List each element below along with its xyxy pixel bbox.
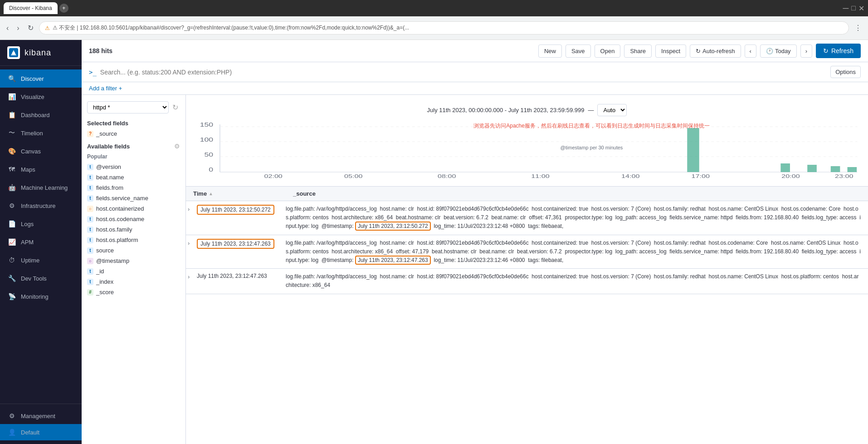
new-button[interactable]: New — [538, 44, 562, 58]
field-item-hostosplatform[interactable]: t host.os.platform — [82, 235, 185, 245]
sidebar-item-management[interactable]: ⚙ Management — [0, 408, 82, 424]
field-item-source[interactable]: ? _source — [82, 128, 185, 139]
field-item-beatname[interactable]: t beat.name — [82, 172, 185, 183]
field-item-hostosfamily[interactable]: t host.os.family — [82, 224, 185, 235]
fields-settings-icon[interactable]: ⚙ — [174, 143, 180, 150]
sidebar-item-infrastructure[interactable]: ⚙ Infrastructure — [0, 197, 82, 215]
sidebar-label-timelion: Timelion — [21, 130, 43, 137]
field-name-score: _score — [96, 289, 180, 296]
sidebar-item-timelion[interactable]: 〜 Timelion — [0, 124, 82, 142]
svg-text:17:00: 17:00 — [691, 173, 710, 179]
sidebar-label-devtools: Dev Tools — [21, 275, 47, 282]
sidebar-label-management: Management — [21, 413, 55, 419]
interval-select[interactable]: Auto — [597, 104, 627, 116]
next-time-button[interactable]: › — [800, 44, 812, 58]
options-button[interactable]: Options — [830, 66, 861, 78]
sidebar-item-ml[interactable]: 🤖 Machine Learning — [0, 178, 82, 197]
sidebar-item-uptime[interactable]: ⏱ Uptime — [0, 251, 82, 269]
sidebar-item-visualize[interactable]: 📊 Visualize — [0, 88, 82, 106]
today-button[interactable]: 🕐 Today — [760, 44, 797, 58]
add-filter-button[interactable]: Add a filter + — [89, 85, 122, 92]
search-input[interactable] — [100, 69, 827, 76]
prev-time-button[interactable]: ‹ — [745, 44, 756, 58]
left-panel: httpd * ↻ Selected fields ? _source Avai… — [82, 95, 186, 444]
sidebar-item-default[interactable]: 👤 Default — [0, 424, 82, 440]
svg-text:100: 100 — [200, 137, 213, 143]
sidebar-item-apm[interactable]: 📈 APM — [0, 233, 82, 251]
sidebar-label-uptime: Uptime — [21, 257, 39, 264]
refresh-button[interactable]: ↻ Refresh — [816, 44, 861, 58]
time-badge[interactable]: July 11th 2023, 23:12:47.263 — [197, 239, 274, 249]
field-name-hostosfamily: host.os.family — [96, 226, 180, 233]
results-area: Time ▲ _source › July 11th 2023, 23:12:5… — [186, 187, 868, 444]
field-item-fieldsfrom[interactable]: t fields.from — [82, 183, 185, 193]
svg-text:11:00: 11:00 — [531, 173, 550, 179]
new-tab-button[interactable]: + — [59, 4, 68, 13]
sidebar-item-discover[interactable]: 🔍 Discover — [0, 69, 82, 88]
sidebar-item-monitoring[interactable]: 📡 Monitoring — [0, 287, 82, 306]
row-expand-button[interactable]: › — [186, 201, 195, 235]
chart-annotation: @timestamp per 30 minutes — [561, 145, 623, 150]
sidebar-label-maps: Maps — [21, 166, 35, 173]
ml-icon: 🤖 — [7, 183, 16, 192]
col-source-header: _source — [293, 190, 861, 197]
chart-area: July 11th 2023, 00:00:00.000 - July 11th… — [186, 95, 868, 187]
time-badge[interactable]: July 11th 2023, 23:12:50.272 — [197, 205, 274, 215]
back-button[interactable]: ‹ — [4, 22, 11, 34]
sidebar-item-devtools[interactable]: 🔧 Dev Tools — [0, 269, 82, 287]
field-item-source-field[interactable]: t source — [82, 245, 185, 256]
address-bar[interactable]: ⚠ ⚠ 不安全 | 192.168.80.10:5601/app/kibana#… — [39, 21, 849, 35]
field-item-id[interactable]: t _id — [82, 266, 185, 276]
sidebar-item-logs[interactable]: 📄 Logs — [0, 215, 82, 233]
field-item-hostoscodename[interactable]: t host.os.codename — [82, 214, 185, 224]
field-item-version[interactable]: t @version — [82, 162, 185, 172]
reload-button[interactable]: ↻ — [25, 22, 36, 34]
source-text: log.file.path: /var/log/httpd/access_log… — [286, 273, 858, 288]
sidebar-item-maps[interactable]: 🗺 Maps — [0, 160, 82, 178]
auto-refresh-button[interactable]: ↻ Auto-refresh — [690, 44, 741, 58]
field-item-index[interactable]: t _index — [82, 276, 185, 287]
field-type-t-icon: t — [87, 185, 93, 191]
field-name-source-field: source — [96, 247, 180, 254]
sidebar-logo-text: kibana — [24, 48, 51, 58]
field-type-t-icon: t — [87, 227, 93, 233]
extensions-button[interactable]: ⋮ — [852, 22, 864, 34]
field-name-beatname: beat.name — [96, 174, 180, 181]
refresh-icon: ↻ — [823, 47, 829, 54]
svg-rect-12 — [780, 163, 790, 172]
minimize-button[interactable]: ─ — [843, 4, 849, 13]
forward-button[interactable]: › — [14, 22, 22, 34]
row-expand-button[interactable]: › — [186, 269, 195, 293]
sidebar-item-dashboard[interactable]: 📋 Dashboard — [0, 106, 82, 124]
field-name-source: _source — [96, 130, 180, 137]
sidebar-item-canvas[interactable]: 🎨 Canvas — [0, 142, 82, 160]
field-type-t-icon: t — [87, 164, 93, 170]
field-item-hostcontainerized[interactable]: ○ host.containerized — [82, 203, 185, 214]
svg-text:05:00: 05:00 — [344, 173, 363, 179]
index-pattern-dropdown[interactable]: httpd * — [87, 101, 169, 113]
row-expand-button[interactable]: › — [186, 235, 195, 269]
timelion-icon: 〜 — [7, 128, 16, 138]
maximize-button[interactable]: □ — [851, 4, 856, 12]
inspect-button[interactable]: Inspect — [655, 44, 686, 58]
results-header: Time ▲ _source — [186, 187, 868, 201]
table-row: › July 11th 2023, 23:12:50.272 log.file.… — [186, 201, 868, 235]
col-time-header[interactable]: Time ▲ — [193, 190, 293, 197]
maps-icon: 🗺 — [7, 165, 16, 174]
svg-text:23:00: 23:00 — [835, 173, 853, 179]
field-type-t-icon: t — [87, 268, 93, 275]
field-item-fieldsservicename[interactable]: t fields.service_name — [82, 193, 185, 203]
field-item-score[interactable]: # _score — [82, 287, 185, 297]
save-button[interactable]: Save — [566, 44, 591, 58]
timestamp-highlight: July 11th 2023, 23:12:50.272 — [355, 222, 431, 231]
share-button[interactable]: Share — [624, 44, 652, 58]
field-name-index: _index — [96, 278, 180, 285]
close-button[interactable]: ✕ — [858, 4, 864, 13]
svg-text:150: 150 — [200, 122, 213, 128]
security-icon: ⚠ — [45, 25, 50, 31]
field-item-timestamp[interactable]: ○ @timestamp — [82, 256, 185, 266]
svg-rect-14 — [831, 166, 840, 172]
refresh-fields-button[interactable]: ↻ — [171, 101, 180, 113]
open-button[interactable]: Open — [595, 44, 621, 58]
browser-tab-active[interactable]: Discover - Kibana — [4, 2, 58, 14]
